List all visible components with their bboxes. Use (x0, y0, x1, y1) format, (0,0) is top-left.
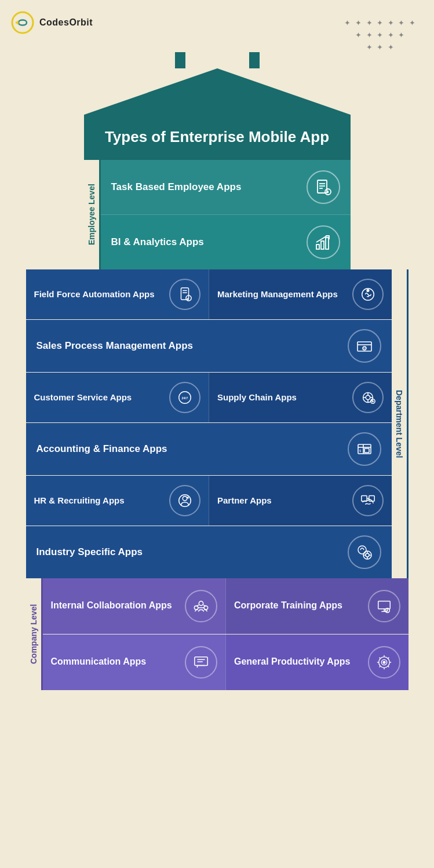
logo: CodesOrbit (10, 10, 93, 35)
industry-icon (348, 535, 381, 569)
dept-row-3: Customer Service Apps 24/7 Supply Chain … (26, 372, 392, 422)
main-content: Types of Enterprise Mobile App Employee … (0, 0, 434, 707)
productivity-svg (376, 654, 392, 670)
svg-point-49 (366, 553, 369, 557)
svg-point-56 (204, 606, 208, 610)
employee-app-1-icon (307, 170, 340, 204)
company-row-2: Communication Apps General Productivity … (43, 634, 409, 690)
header-box: Types of Enterprise Mobile App (84, 115, 351, 160)
accounting-label: Accounting & Finance Apps (37, 443, 343, 455)
communication-icon (185, 646, 217, 679)
accounting-icon: $ (348, 432, 381, 466)
svg-line-59 (203, 605, 206, 606)
svg-rect-60 (378, 601, 390, 608)
collaboration-label: Internal Collaboration Apps (51, 600, 181, 612)
hr-svg (177, 493, 193, 509)
svg-line-77 (379, 657, 380, 658)
field-force-label: Field Force Automation Apps (34, 289, 165, 300)
svg-rect-10 (321, 241, 324, 249)
hr-icon (169, 485, 200, 516)
svg-line-75 (388, 657, 389, 658)
company-app-collaboration: Internal Collaboration Apps (43, 578, 226, 634)
dept-app-partner: Partner Apps (209, 476, 392, 526)
company-app-training: Corporate Training Apps (225, 578, 409, 634)
analytics-icon (314, 233, 333, 251)
training-svg (376, 598, 392, 614)
svg-line-78 (388, 666, 389, 667)
header-title: Types of Enterprise Mobile App (96, 127, 339, 147)
company-row-1: Internal Collaboration Apps (43, 578, 409, 634)
svg-point-55 (194, 606, 198, 610)
supply-svg (360, 389, 376, 406)
svg-point-41 (183, 496, 187, 500)
svg-point-47 (358, 546, 366, 554)
employee-app-1-label: Task Based Employee Apps (111, 181, 301, 194)
svg-rect-39 (364, 448, 369, 453)
training-label: Corporate Training Apps (234, 600, 363, 612)
svg-marker-1 (15, 20, 19, 25)
svg-rect-44 (361, 495, 366, 501)
department-level-section: Field Force Automation Apps Marketing Ma… (26, 269, 409, 578)
company-app-productivity: General Productivity Apps (225, 634, 409, 690)
sales-icon: % (348, 329, 381, 363)
logo-icon (10, 10, 35, 35)
dept-row-2: Sales Process Management Apps % (26, 319, 392, 372)
logo-text: CodesOrbit (39, 17, 93, 28)
birds-decoration: ✦ ✦ ✦ ✦ ✦ ✦ ✦ ✦ ✦ ✦ ✦ ✦ ✦ ✦ ✦ (344, 17, 417, 53)
field-force-icon (169, 279, 200, 310)
dept-app-supply: Supply Chain Apps (209, 373, 392, 422)
industry-label: Industry Specific Apps (37, 546, 343, 559)
marketing-svg (360, 286, 376, 302)
department-level-label: Department Level (392, 269, 409, 578)
marketing-icon (352, 279, 384, 310)
employee-app-2: BI & Analytics Apps (101, 214, 351, 269)
svg-rect-66 (195, 657, 207, 665)
employee-app-1: Task Based Employee Apps (101, 160, 351, 214)
industry-svg (356, 544, 373, 561)
chimney-right (249, 52, 260, 68)
company-rows: Internal Collaboration Apps (43, 578, 409, 690)
svg-rect-11 (326, 238, 329, 249)
dept-row-6: Industry Specific Apps (26, 526, 392, 578)
chimney-left (175, 52, 185, 68)
dept-row-4: Accounting & Finance Apps $ (26, 422, 392, 475)
svg-point-27 (366, 395, 370, 399)
svg-point-54 (199, 601, 203, 605)
accounting-svg: $ (356, 440, 373, 458)
dept-row-5: HR & Recruiting Apps Partner Apps (26, 475, 392, 526)
roof-area: Types of Enterprise Mobile App (84, 52, 351, 160)
comm-svg (193, 654, 209, 670)
dept-row-1: Field Force Automation Apps Marketing Ma… (26, 269, 392, 319)
supply-label: Supply Chain Apps (217, 392, 348, 403)
customer-icon: 24/7 (169, 382, 200, 413)
dept-app-field-force: Field Force Automation Apps (26, 269, 209, 319)
hr-label: HR & Recruiting Apps (34, 495, 165, 506)
marketing-label: Marketing Management Apps (217, 289, 348, 300)
svg-text:24/7: 24/7 (181, 396, 188, 400)
svg-line-76 (379, 666, 380, 667)
company-level-section: Company Level Internal Collaboration App… (26, 578, 409, 690)
employee-rows: Task Based Employee Apps BI & Analytics (101, 160, 351, 269)
dept-app-customer: Customer Service Apps 24/7 (26, 373, 209, 422)
productivity-label: General Productivity Apps (234, 656, 363, 668)
training-icon (368, 590, 400, 622)
employee-level-label: Employee Level (84, 160, 101, 269)
customer-svg: 24/7 (177, 389, 193, 406)
svg-rect-12 (181, 288, 188, 300)
dept-app-sales: Sales Process Management Apps % (26, 320, 392, 372)
svg-line-58 (196, 605, 199, 606)
dept-app-industry: Industry Specific Apps (26, 526, 392, 578)
svg-point-18 (367, 289, 369, 291)
employee-app-2-icon (307, 225, 340, 259)
collab-svg (193, 598, 209, 614)
svg-rect-9 (316, 245, 319, 249)
company-app-communication: Communication Apps (43, 634, 226, 690)
company-level-label: Company Level (26, 578, 43, 690)
productivity-icon (368, 646, 400, 679)
dept-app-accounting: Accounting & Finance Apps $ (26, 423, 392, 475)
customer-label: Customer Service Apps (34, 392, 165, 403)
collaboration-icon (185, 590, 217, 622)
dept-app-hr: HR & Recruiting Apps (26, 476, 209, 526)
sales-label: Sales Process Management Apps (37, 340, 343, 352)
svg-text:$: $ (359, 449, 362, 453)
